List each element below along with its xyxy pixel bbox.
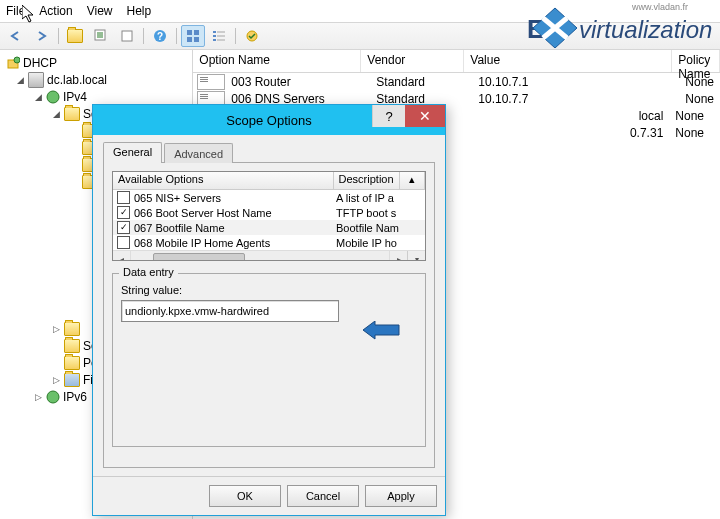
nav-back-icon[interactable] xyxy=(4,25,28,47)
option-row[interactable]: 068 Mobile IP Home AgentsMobile IP ho xyxy=(113,235,425,250)
option-row[interactable]: 065 NIS+ ServersA list of IP a xyxy=(113,190,425,205)
checkbox[interactable]: ✓ xyxy=(117,221,130,234)
dialog-title: Scope Options xyxy=(226,113,311,128)
watermark: www.vladan.fr ES virtualization xyxy=(495,0,720,51)
h-scrollbar[interactable]: ◂▸▾ xyxy=(113,250,425,261)
svg-rect-1 xyxy=(122,31,132,41)
menu-help[interactable]: Help xyxy=(127,4,152,18)
menu-action[interactable]: Action xyxy=(39,4,72,18)
dialog-close-button[interactable]: ✕ xyxy=(405,105,445,127)
col-policy[interactable]: Policy Name xyxy=(672,50,720,72)
svg-rect-4 xyxy=(187,30,192,35)
svg-rect-13 xyxy=(217,39,225,41)
option-icon xyxy=(197,74,225,90)
svg-rect-7 xyxy=(194,37,199,42)
svg-rect-6 xyxy=(187,37,192,42)
scope-options-dialog: Scope Options ? ✕ General Advanced Avail… xyxy=(92,104,446,516)
options-listbox[interactable]: Available Options Description ▴ 065 NIS+… xyxy=(112,171,426,261)
tab-advanced[interactable]: Advanced xyxy=(164,143,233,163)
svg-rect-8 xyxy=(213,31,216,33)
svg-rect-9 xyxy=(217,31,225,33)
data-entry-group: Data entry String value: xyxy=(112,273,426,447)
svg-rect-11 xyxy=(217,35,225,37)
tab-general[interactable]: General xyxy=(103,142,162,163)
menu-file[interactable]: File xyxy=(6,4,25,18)
svg-rect-12 xyxy=(213,39,216,41)
scroll-up-icon[interactable]: ▴ xyxy=(400,172,425,189)
svg-text:?: ? xyxy=(157,31,163,42)
tree-server[interactable]: ◢dc.lab.local xyxy=(4,71,192,88)
menu-view[interactable]: View xyxy=(87,4,113,18)
help-icon[interactable]: ? xyxy=(148,25,172,47)
checkbox[interactable] xyxy=(117,236,130,249)
export-icon[interactable] xyxy=(115,25,139,47)
tree-ipv4[interactable]: ◢IPv4 xyxy=(4,88,192,105)
svg-point-18 xyxy=(47,391,59,403)
option-row[interactable]: ✓067 Bootfile NameBootfile Nam xyxy=(113,220,425,235)
dialog-titlebar[interactable]: Scope Options ? ✕ xyxy=(93,105,445,135)
tree-root[interactable]: DHCP xyxy=(4,54,192,71)
scroll-down-icon: ▾ xyxy=(407,251,425,261)
checkbox[interactable]: ✓ xyxy=(117,206,130,219)
folder-up-icon[interactable] xyxy=(63,25,87,47)
apply-button[interactable]: Apply xyxy=(365,485,437,507)
col-value[interactable]: Value xyxy=(464,50,672,72)
string-value-input[interactable] xyxy=(121,300,339,322)
col-vendor[interactable]: Vendor xyxy=(361,50,464,72)
list-header: Option Name Vendor Value Policy Name xyxy=(193,50,720,73)
opt-col-available[interactable]: Available Options xyxy=(113,172,334,189)
tab-pane: Available Options Description ▴ 065 NIS+… xyxy=(103,162,435,468)
svg-rect-5 xyxy=(194,30,199,35)
checkbox[interactable] xyxy=(117,191,130,204)
option-row[interactable]: ✓066 Boot Server Host NameTFTP boot s xyxy=(113,205,425,220)
svg-text:virtualization: virtualization xyxy=(579,16,712,43)
svg-point-17 xyxy=(47,91,59,103)
options-icon[interactable] xyxy=(89,25,113,47)
svg-text:www.vladan.fr: www.vladan.fr xyxy=(631,2,688,12)
action-icon[interactable] xyxy=(240,25,264,47)
svg-point-16 xyxy=(14,57,20,63)
nav-fwd-icon[interactable] xyxy=(30,25,54,47)
view-detail-icon[interactable] xyxy=(207,25,231,47)
col-name[interactable]: Option Name xyxy=(193,50,361,72)
string-value-label: String value: xyxy=(121,284,417,296)
ok-button[interactable]: OK xyxy=(209,485,281,507)
dialog-help-button[interactable]: ? xyxy=(372,105,405,127)
cancel-button[interactable]: Cancel xyxy=(287,485,359,507)
svg-rect-10 xyxy=(213,35,216,37)
view-large-icon[interactable] xyxy=(181,25,205,47)
list-row[interactable]: 003 RouterStandard10.10.7.1None xyxy=(193,73,720,90)
opt-col-desc[interactable]: Description xyxy=(334,172,400,189)
